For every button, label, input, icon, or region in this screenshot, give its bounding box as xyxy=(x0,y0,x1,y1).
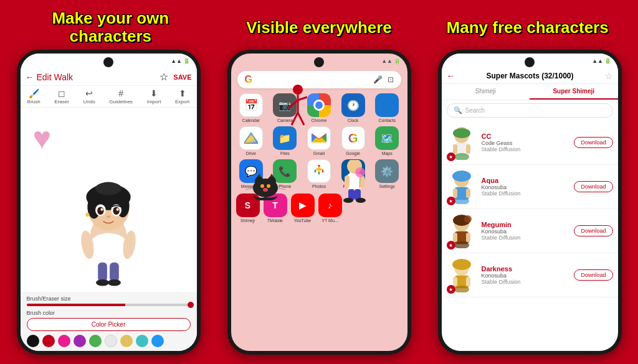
swatch-white[interactable] xyxy=(105,335,117,347)
phone3-screen: ▲▲ 🔋 ← Super Mascots (32/1000) ☆ Shimeji… xyxy=(442,54,618,351)
svg-rect-15 xyxy=(98,263,107,282)
swatch-green[interactable] xyxy=(89,335,102,347)
svg-point-46 xyxy=(355,167,365,177)
svg-rect-52 xyxy=(466,144,470,154)
phone1-back-button[interactable]: ← Edit Walk xyxy=(26,72,74,82)
svg-point-63 xyxy=(464,215,472,223)
export-icon: ⬆ xyxy=(179,88,186,98)
app-clock[interactable]: 🕐 Clock xyxy=(338,93,368,123)
app-google[interactable]: G Google xyxy=(338,126,368,156)
megumin-download-button[interactable]: Download xyxy=(574,225,612,236)
phone3-star-icon[interactable]: ☆ xyxy=(605,71,613,81)
phone3-search[interactable]: 🔍 Search xyxy=(447,103,613,118)
svg-point-37 xyxy=(263,188,268,192)
svg-point-14 xyxy=(85,213,89,217)
app-contacts[interactable]: 👤 Contacts xyxy=(372,93,402,123)
list-item: ★ Aqua Konosuba Stable Diffusion Downloa… xyxy=(442,165,618,209)
brush-icon: 🖌️ xyxy=(29,88,39,98)
app-calendar[interactable]: 📅 Calendar xyxy=(236,93,267,123)
brush-size-label: Brush/Eraser size xyxy=(27,296,191,302)
header-left: Make your own characters xyxy=(17,9,204,45)
app-settings[interactable]: ⚙️ Settings xyxy=(372,159,402,189)
phone1-bottom-panel: Brush/Eraser size Brush color Color Pick… xyxy=(21,292,197,351)
list-item: ★ Darkness Konosuba Stable Diffusion Dow… xyxy=(442,253,618,297)
phone2-notch xyxy=(314,57,324,67)
tab-super-shimeji[interactable]: Super Shimeji xyxy=(530,84,618,100)
svg-line-23 xyxy=(288,100,298,108)
phone1-screen: ▲▲ 🔋 ← Edit Walk ☆ SAVE 🖌️ Brush xyxy=(21,54,197,351)
swatch-black[interactable] xyxy=(27,335,39,347)
swatch-red[interactable] xyxy=(42,335,55,347)
cc-download-button[interactable]: Download xyxy=(574,137,612,148)
svg-marker-34 xyxy=(270,174,274,177)
app-photos[interactable]: Photos xyxy=(304,159,335,189)
darkness-series: Konosuba xyxy=(482,273,569,279)
swatch-blue[interactable] xyxy=(151,335,164,347)
swatch-yellow[interactable] xyxy=(120,335,133,347)
phone1-topbar: ← Edit Walk ☆ SAVE xyxy=(21,68,197,86)
svg-rect-58 xyxy=(466,189,470,198)
search-icons: 🎤 ⊡ xyxy=(373,75,394,84)
phone1-save-button[interactable]: SAVE xyxy=(173,73,191,81)
darkness-name: Darkness xyxy=(482,265,569,273)
svg-point-44 xyxy=(343,198,353,203)
swatch-pink[interactable] xyxy=(58,335,70,347)
cat-mascot xyxy=(244,169,287,200)
heart-decoration: ♥ xyxy=(33,120,52,156)
svg-point-9 xyxy=(97,207,104,215)
red-mascot xyxy=(282,85,313,134)
import-icon: ⬇ xyxy=(150,88,158,98)
svg-line-26 xyxy=(298,113,304,125)
svg-point-10 xyxy=(113,207,120,215)
aqua-download-button[interactable]: Download xyxy=(574,181,612,192)
svg-line-24 xyxy=(298,97,307,100)
lens-icon[interactable]: ⊡ xyxy=(388,75,394,84)
phone3-tabs: Shimeji Super Shimeji xyxy=(442,84,618,100)
rank-badge: ★ xyxy=(447,285,455,294)
brush-size-slider[interactable] xyxy=(27,304,191,306)
import-tool[interactable]: ⬇ Import xyxy=(147,88,161,105)
svg-point-36 xyxy=(267,184,270,188)
undo-tool[interactable]: ↩ Undo xyxy=(83,88,95,105)
color-picker-button[interactable]: Color Picker xyxy=(27,318,191,331)
phone1-actions: ☆ SAVE xyxy=(160,71,191,83)
darkness-download-button[interactable]: Download xyxy=(574,269,612,281)
undo-icon: ↩ xyxy=(85,88,93,98)
mic-icon[interactable]: 🎤 xyxy=(373,75,383,84)
phone2-bottom-apps: S Shimeji T TMobile ▶ YouTu xyxy=(231,191,407,225)
aqua-series: Konosuba xyxy=(482,184,569,190)
phone1-title: Edit Walk xyxy=(37,72,74,82)
swatch-teal[interactable] xyxy=(136,335,148,347)
svg-point-56 xyxy=(452,170,471,182)
phone3-back-button[interactable]: ← xyxy=(447,71,455,81)
export-tool[interactable]: ⬆ Export xyxy=(175,88,189,105)
svg-point-35 xyxy=(260,184,264,188)
tab-shimeji[interactable]: Shimeji xyxy=(442,84,530,100)
phone1-star-icon[interactable]: ☆ xyxy=(160,71,168,83)
phone2-screen: ▲▲ 🔋 G 🎤 ⊡ xyxy=(231,54,407,351)
eraser-tool[interactable]: ◻ Eraser xyxy=(54,88,69,105)
phone3-title: Super Mascots (32/1000) xyxy=(486,72,573,80)
guidelines-tool[interactable]: # Guidelines xyxy=(109,88,133,105)
app-maps[interactable]: 🗺️ Maps xyxy=(372,126,402,156)
cc-thumbnail: ★ xyxy=(447,124,477,161)
color-swatches xyxy=(27,335,191,347)
header-center: Visible everywhere xyxy=(226,19,412,37)
aqua-source: Stable Diffusion xyxy=(482,190,569,197)
list-item: ★ Megumin Konosuba Stable Diffusion Down… xyxy=(442,209,618,253)
svg-rect-51 xyxy=(453,144,457,154)
phone1-canvas[interactable]: ♥ xyxy=(21,108,197,292)
svg-rect-70 xyxy=(453,277,457,286)
svg-point-6 xyxy=(95,182,121,195)
app-youtube[interactable]: ▶ YouTube xyxy=(291,194,315,223)
svg-point-45 xyxy=(356,198,366,203)
swatch-purple[interactable] xyxy=(74,335,86,347)
app-drive[interactable]: Drive xyxy=(236,126,267,156)
svg-point-13 xyxy=(107,215,110,218)
phone2-search-bar[interactable]: G 🎤 ⊡ xyxy=(237,71,401,88)
boy-mascot xyxy=(336,160,373,203)
megumin-name: Megumin xyxy=(482,221,569,228)
phone3-topbar: ← Super Mascots (32/1000) ☆ xyxy=(442,68,618,84)
brush-tool[interactable]: 🖌️ Brush xyxy=(27,88,40,105)
phone3-notch xyxy=(525,57,535,67)
